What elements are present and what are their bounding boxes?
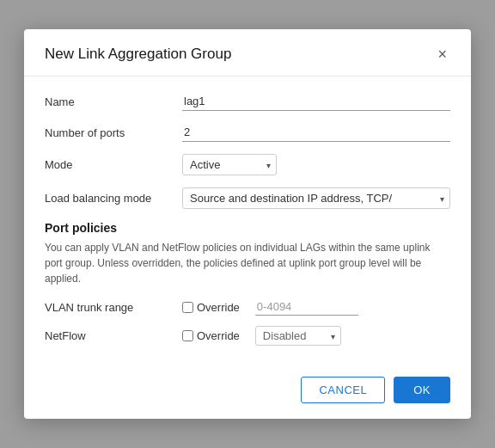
mode-dropdown[interactable]: Active Passive Static ▾	[182, 154, 277, 175]
vlan-override-checkbox[interactable]	[182, 302, 193, 313]
ports-input[interactable]	[182, 123, 450, 142]
netflow-override-group: Override Disabled Enabled ▾	[182, 326, 450, 346]
dialog-footer: CANCEL OK	[24, 365, 471, 419]
netflow-label: NetFlow	[45, 329, 182, 342]
netflow-override-checkbox[interactable]	[182, 330, 193, 341]
ports-label: Number of ports	[45, 126, 182, 139]
cancel-button[interactable]: CANCEL	[301, 377, 385, 403]
load-balance-row: Load balancing mode Source and destinati…	[45, 187, 450, 209]
name-label: Name	[45, 95, 182, 108]
netflow-row: NetFlow Override Disabled Enabled ▾	[45, 326, 450, 346]
load-balance-dropdown[interactable]: Source and destination IP address, TCP/ …	[182, 187, 450, 209]
load-balance-select[interactable]: Source and destination IP address, TCP/ …	[190, 192, 443, 205]
dialog-header: New Link Aggregation Group ×	[24, 29, 471, 77]
netflow-select-wrapper[interactable]: Disabled Enabled ▾	[255, 326, 341, 346]
ports-row: Number of ports	[45, 123, 450, 142]
netflow-select[interactable]: Disabled Enabled	[263, 329, 333, 342]
name-row: Name	[45, 92, 450, 111]
dialog-overlay: New Link Aggregation Group × Name Number…	[0, 0, 495, 448]
close-button[interactable]: ×	[434, 45, 450, 64]
vlan-label: VLAN trunk range	[45, 301, 182, 314]
mode-select[interactable]: Active Passive Static	[190, 158, 269, 171]
port-policies-title: Port policies	[45, 221, 450, 235]
mode-select-wrapper: Active Passive Static ▾	[182, 154, 450, 175]
netflow-override-label: Override	[197, 329, 240, 342]
vlan-override-label: Override	[197, 301, 240, 314]
vlan-override-group: Override	[182, 298, 450, 316]
dialog-body: Name Number of ports Mode Active	[24, 77, 471, 365]
name-input[interactable]	[182, 92, 450, 111]
ok-button[interactable]: OK	[394, 377, 450, 403]
ports-field-wrapper	[182, 123, 450, 142]
vlan-checkbox-wrapper: Override	[182, 301, 240, 314]
mode-row: Mode Active Passive Static ▾	[45, 154, 450, 175]
name-field-wrapper	[182, 92, 450, 111]
port-policies-description: You can apply VLAN and NetFlow policies …	[45, 240, 450, 286]
vlan-value-input[interactable]	[255, 298, 358, 316]
load-balance-select-wrapper: Source and destination IP address, TCP/ …	[182, 187, 450, 209]
vlan-row: VLAN trunk range Override	[45, 298, 450, 316]
mode-label: Mode	[45, 158, 182, 171]
dialog-title: New Link Aggregation Group	[45, 46, 231, 63]
dialog: New Link Aggregation Group × Name Number…	[24, 29, 471, 419]
load-balance-label: Load balancing mode	[45, 192, 182, 205]
netflow-checkbox-wrapper: Override	[182, 329, 240, 342]
